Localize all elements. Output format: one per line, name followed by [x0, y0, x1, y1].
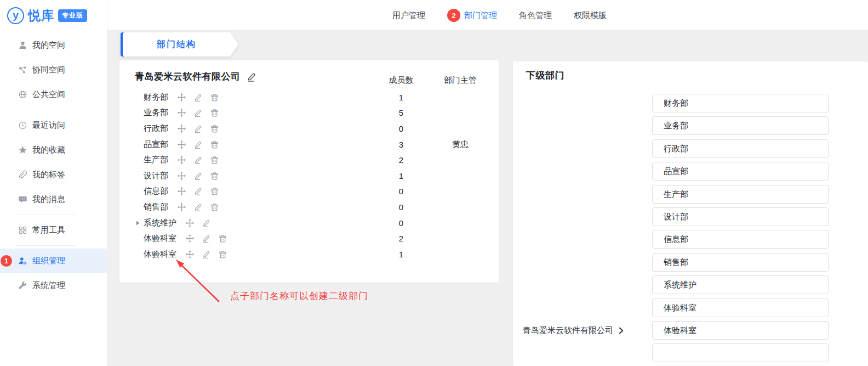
expand-caret-icon[interactable]: [135, 220, 140, 226]
wrench-icon: [18, 281, 27, 290]
grid-icon: [18, 226, 27, 235]
sub-department-box[interactable]: 业务部: [652, 116, 829, 135]
department-name[interactable]: 体验科室: [144, 233, 176, 244]
sidebar-item-public-space[interactable]: 公共空间: [0, 82, 107, 107]
sub-department-box[interactable]: 财务部: [652, 94, 829, 112]
brand-edition-badge: 专业版: [58, 9, 87, 22]
move-icon[interactable]: [177, 155, 186, 165]
sub-department-box[interactable]: 体验科室: [652, 299, 829, 317]
tab-role-management[interactable]: 角色管理: [519, 10, 552, 21]
tab-department-management[interactable]: 部门管理: [464, 10, 497, 21]
sidebar: y 悦库 专业版 我的空间 协同空间 公共空间 最近访问: [0, 0, 107, 366]
move-icon[interactable]: [185, 234, 195, 243]
department-name[interactable]: 销售部: [144, 202, 168, 212]
sidebar-item-collab-space[interactable]: 协同空间: [0, 58, 107, 82]
edit-icon[interactable]: [193, 187, 203, 196]
edit-icon[interactable]: [193, 171, 203, 181]
sub-department-box[interactable]: 销售部: [652, 253, 829, 272]
divider: [15, 245, 76, 246]
member-count: 1: [386, 250, 416, 259]
department-name[interactable]: 设计部: [144, 171, 168, 181]
edit-icon[interactable]: [193, 93, 203, 102]
sub-department-box[interactable]: 品宣部: [652, 162, 829, 181]
sidebar-item-tags[interactable]: 我的标签: [0, 162, 107, 187]
edit-icon[interactable]: [193, 108, 203, 117]
sidebar-item-label: 协同空间: [32, 65, 65, 75]
company-title-row: 青岛爱米云软件有限公司: [135, 70, 257, 83]
edit-icon[interactable]: [202, 218, 211, 228]
department-name[interactable]: 行政部: [144, 123, 168, 134]
delete-icon[interactable]: [210, 202, 219, 212]
breadcrumb-company[interactable]: 青岛爱米云软件有限公司: [523, 325, 613, 336]
member-count: 0: [386, 124, 416, 133]
member-count: 3: [386, 140, 416, 149]
department-name[interactable]: 品宣部: [144, 139, 168, 150]
sub-department-box[interactable]: 生产部: [652, 185, 829, 204]
department-name[interactable]: 财务部: [144, 92, 168, 103]
sidebar-item-system-management[interactable]: 系统管理: [0, 273, 107, 298]
sidebar-item-label: 我的标签: [32, 170, 65, 180]
breadcrumb[interactable]: 青岛爱米云软件有限公司: [523, 321, 624, 340]
delete-icon[interactable]: [210, 140, 219, 149]
table-row: 品宣部 3 黄忠: [119, 137, 499, 153]
step-badge-2: 2: [447, 9, 460, 22]
table-row: 系统维护 0: [119, 215, 499, 231]
brand-logo[interactable]: y 悦库 专业版: [0, 0, 107, 31]
move-icon[interactable]: [177, 108, 186, 117]
delete-icon[interactable]: [210, 187, 219, 196]
message-icon: [18, 195, 27, 204]
sidebar-item-label: 最近访问: [32, 120, 65, 131]
tab-label: 部门结构: [157, 39, 196, 50]
sidebar-item-recent[interactable]: 最近访问: [0, 113, 107, 138]
delete-icon[interactable]: [210, 171, 219, 181]
move-icon[interactable]: [177, 93, 186, 102]
department-name[interactable]: 系统维护: [144, 218, 176, 228]
move-icon[interactable]: [177, 202, 186, 212]
star-icon: [18, 145, 27, 155]
divider: [15, 215, 76, 215]
department-name[interactable]: 信息部: [144, 186, 168, 196]
sidebar-item-favorites[interactable]: 我的收藏: [0, 138, 107, 162]
sub-department-box[interactable]: 行政部: [652, 139, 829, 158]
tab-body: 部门结构: [123, 32, 230, 57]
sidebar-item-my-space[interactable]: 我的空间: [0, 33, 107, 58]
tab-permission-template[interactable]: 权限模版: [574, 10, 607, 21]
sidebar-item-common-tools[interactable]: 常用工具: [0, 218, 107, 243]
brand-name: 悦库: [28, 7, 54, 24]
delete-icon[interactable]: [210, 108, 219, 117]
edit-company-icon[interactable]: [246, 71, 257, 82]
delete-icon[interactable]: [218, 234, 227, 243]
tab-user-management[interactable]: 用户管理: [392, 10, 425, 21]
sub-department-box[interactable]: 体验科室: [652, 321, 829, 340]
sidebar-item-org-management[interactable]: 1 组织管理: [0, 249, 107, 273]
sub-department-box[interactable]: 信息部: [652, 230, 829, 249]
edit-icon[interactable]: [193, 140, 203, 149]
delete-icon[interactable]: [210, 124, 219, 133]
app-root: y 悦库 专业版 我的空间 协同空间 公共空间 最近访问: [0, 0, 868, 366]
move-icon[interactable]: [177, 124, 186, 133]
sidebar-item-label: 组织管理: [32, 256, 65, 266]
sub-department-box[interactable]: 设计部: [652, 207, 829, 226]
move-icon[interactable]: [185, 218, 195, 228]
delete-icon[interactable]: [210, 155, 219, 165]
department-name[interactable]: 生产部: [144, 155, 168, 165]
delete-icon[interactable]: [210, 93, 219, 102]
move-icon[interactable]: [177, 171, 186, 181]
department-name[interactable]: 业务部: [144, 108, 168, 118]
department-structure-card: 青岛爱米云软件有限公司 成员数 部门主管 财务部 1 业务部 5: [119, 60, 499, 283]
sub-departments-card: 下级部门 财务部 业务部 行政部 品宣部 生产部 设计部 信息部 销售部 系统维…: [513, 61, 868, 366]
table-row: 行政部 0: [119, 121, 499, 137]
company-title: 青岛爱米云软件有限公司: [135, 70, 241, 83]
move-icon[interactable]: [177, 187, 186, 196]
edit-icon[interactable]: [202, 234, 211, 243]
divider: [15, 110, 76, 110]
move-icon[interactable]: [177, 140, 186, 149]
tab-department-management-group: 2 部门管理: [447, 9, 497, 22]
sub-department-box[interactable]: 系统维护: [652, 275, 829, 294]
sub-department-box-empty[interactable]: [652, 344, 829, 362]
edit-icon[interactable]: [193, 155, 203, 165]
edit-icon[interactable]: [193, 124, 203, 133]
edit-icon[interactable]: [193, 202, 203, 212]
sidebar-item-messages[interactable]: 我的消息: [0, 187, 107, 212]
table-row: 生产部 2: [119, 152, 499, 168]
